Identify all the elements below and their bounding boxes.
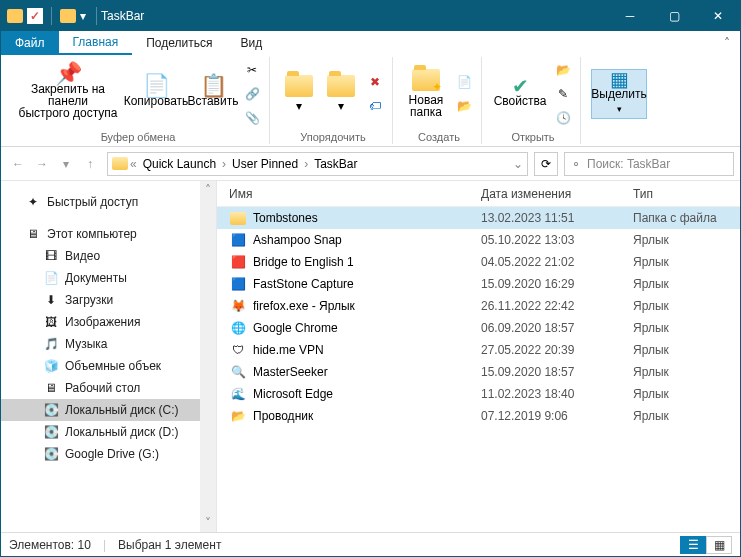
- col-name[interactable]: Имя: [229, 187, 481, 201]
- back-button[interactable]: ←: [7, 153, 29, 175]
- tab-home[interactable]: Главная: [59, 31, 133, 55]
- chevron-down-icon: ▾: [338, 100, 344, 112]
- paste-label: Вставить: [188, 95, 239, 107]
- chevron-icon: ›: [304, 157, 308, 171]
- new-folder-button[interactable]: Новая папка: [403, 66, 449, 121]
- rename-button[interactable]: 🏷: [364, 95, 386, 117]
- table-row[interactable]: 🛡hide.me VPN27.05.2022 20:39Ярлык: [217, 339, 740, 361]
- nav-this-pc[interactable]: 🖥Этот компьютер: [1, 223, 200, 245]
- delete-button[interactable]: ✖: [364, 71, 386, 93]
- table-row[interactable]: 📂Проводник07.12.2019 9:06Ярлык: [217, 405, 740, 427]
- move-icon: [285, 75, 313, 97]
- nav-label: Рабочий стол: [65, 381, 140, 395]
- crumb[interactable]: User Pinned: [228, 157, 302, 171]
- nav-images[interactable]: 🖼Изображения: [1, 311, 200, 333]
- file-date: 15.09.2020 16:29: [481, 277, 633, 291]
- file-date: 07.12.2019 9:06: [481, 409, 633, 423]
- tab-view[interactable]: Вид: [226, 31, 276, 55]
- nav-documents[interactable]: 📄Документы: [1, 267, 200, 289]
- copy-button[interactable]: 📄 Копировать: [127, 77, 185, 110]
- copy-to-button[interactable]: ▾: [322, 72, 360, 115]
- new-folder-icon: [412, 69, 440, 91]
- nav-d-drive[interactable]: 💽Локальный диск (D:): [1, 421, 200, 443]
- pin-button[interactable]: 📌 Закрепить на панели быстрого доступа: [13, 65, 123, 122]
- table-row[interactable]: 🟦FastStone Capture15.09.2020 16:29Ярлык: [217, 273, 740, 295]
- table-row[interactable]: 🦊firefox.exe - Ярлык26.11.2022 22:42Ярлы…: [217, 295, 740, 317]
- tab-file[interactable]: Файл: [1, 31, 59, 55]
- nav-label: Изображения: [65, 315, 140, 329]
- crumb[interactable]: Quick Launch: [139, 157, 220, 171]
- copy-path-button[interactable]: 🔗: [241, 83, 263, 105]
- select-button[interactable]: ▦ Выделить ▾: [591, 69, 647, 119]
- file-icon: 🦊: [229, 297, 247, 315]
- addr-dropdown-icon[interactable]: ⌄: [513, 157, 523, 171]
- up-button[interactable]: ↑: [79, 153, 101, 175]
- easy-access-button[interactable]: 📂: [453, 95, 475, 117]
- move-to-button[interactable]: ▾: [280, 72, 318, 115]
- breadcrumb[interactable]: « Quick Launch › User Pinned › TaskBar ⌄: [107, 152, 528, 176]
- table-row[interactable]: 🔍MasterSeeker15.09.2020 18:57Ярлык: [217, 361, 740, 383]
- select-label: Выделить: [591, 88, 646, 100]
- tab-share[interactable]: Поделиться: [132, 31, 226, 55]
- details-view-button[interactable]: ☰: [680, 536, 706, 554]
- file-type: Ярлык: [633, 299, 740, 313]
- file-icon: 🔍: [229, 363, 247, 381]
- nav-label: Объемные объек: [65, 359, 161, 373]
- history-button[interactable]: 🕓: [552, 107, 574, 129]
- paste-shortcut-button[interactable]: 📎: [241, 107, 263, 129]
- new-item-button[interactable]: 📄: [453, 71, 475, 93]
- recent-button[interactable]: ▾: [55, 153, 77, 175]
- nav-music[interactable]: 🎵Музыка: [1, 333, 200, 355]
- minimize-button[interactable]: ─: [608, 1, 652, 31]
- ribbon-collapse-icon[interactable]: ˄: [714, 31, 740, 55]
- folder-icon: [60, 9, 76, 23]
- table-row[interactable]: Tombstones13.02.2023 11:51Папка с файла: [217, 207, 740, 229]
- maximize-button[interactable]: ▢: [652, 1, 696, 31]
- col-type[interactable]: Тип: [633, 187, 740, 201]
- file-type: Папка с файла: [633, 211, 740, 225]
- file-icon: 🛡: [229, 341, 247, 359]
- scroll-up-icon[interactable]: ˄: [205, 183, 211, 197]
- nav-3d[interactable]: 🧊Объемные объек: [1, 355, 200, 377]
- refresh-button[interactable]: ⟳: [534, 152, 558, 176]
- chevron-down-icon: ▾: [296, 100, 302, 112]
- search-input[interactable]: ⚬ Поиск: TaskBar: [564, 152, 734, 176]
- thumbnails-view-button[interactable]: ▦: [706, 536, 732, 554]
- table-row[interactable]: 🌊Microsoft Edge11.02.2023 18:40Ярлык: [217, 383, 740, 405]
- nav-label: Google Drive (G:): [65, 447, 159, 461]
- paste-button[interactable]: 📋 Вставить: [189, 77, 237, 110]
- nav-label: Этот компьютер: [47, 227, 137, 241]
- qat-dropdown-icon[interactable]: ▾: [80, 9, 86, 23]
- cut-button[interactable]: ✂: [241, 59, 263, 81]
- table-row[interactable]: 🟦Ashampoo Snap05.10.2022 13:03Ярлык: [217, 229, 740, 251]
- drive-icon: 💽: [43, 424, 59, 440]
- close-button[interactable]: ✕: [696, 1, 740, 31]
- nav-downloads[interactable]: ⬇Загрузки: [1, 289, 200, 311]
- crumb[interactable]: TaskBar: [310, 157, 361, 171]
- properties-button[interactable]: ✔ Свойства: [492, 77, 548, 110]
- col-date[interactable]: Дата изменения: [481, 187, 633, 201]
- qat-properties-icon[interactable]: ✓: [27, 8, 43, 24]
- nav-desktop[interactable]: 🖥Рабочий стол: [1, 377, 200, 399]
- forward-button[interactable]: →: [31, 153, 53, 175]
- file-type: Ярлык: [633, 343, 740, 357]
- folder-icon[interactable]: [7, 9, 23, 23]
- scroll-down-icon[interactable]: ˅: [205, 516, 211, 530]
- nav-video[interactable]: 🎞Видео: [1, 245, 200, 267]
- nav-scrollbar[interactable]: ˄˅: [200, 181, 216, 532]
- file-type: Ярлык: [633, 409, 740, 423]
- nav-quick-access[interactable]: ✦Быстрый доступ: [1, 191, 200, 213]
- nav-label: Быстрый доступ: [47, 195, 138, 209]
- nav-tree: ✦Быстрый доступ 🖥Этот компьютер 🎞Видео 📄…: [1, 181, 200, 532]
- file-name: Ashampoo Snap: [253, 233, 481, 247]
- open-button[interactable]: 📂: [552, 59, 574, 81]
- docs-icon: 📄: [43, 270, 59, 286]
- images-icon: 🖼: [43, 314, 59, 330]
- file-date: 27.05.2022 20:39: [481, 343, 633, 357]
- table-row[interactable]: 🟥Bridge to English 104.05.2022 21:02Ярлы…: [217, 251, 740, 273]
- edit-button[interactable]: ✎: [552, 83, 574, 105]
- table-row[interactable]: 🌐Google Chrome06.09.2020 18:57Ярлык: [217, 317, 740, 339]
- nav-c-drive[interactable]: 💽Локальный диск (C:): [1, 399, 200, 421]
- nav-label: Документы: [65, 271, 127, 285]
- nav-g-drive[interactable]: 💽Google Drive (G:): [1, 443, 200, 465]
